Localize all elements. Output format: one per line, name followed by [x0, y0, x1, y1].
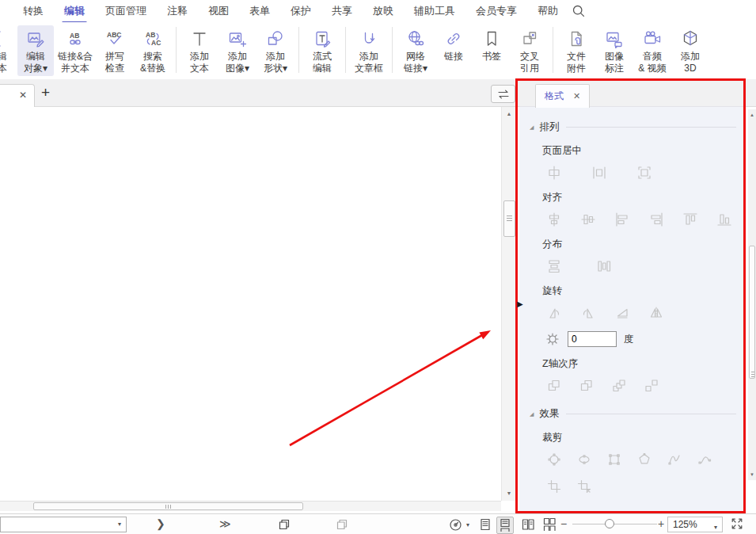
- rotate-gear-icon[interactable]: [545, 331, 560, 347]
- facing-continuous-view-icon[interactable]: [542, 517, 557, 532]
- section-effects[interactable]: ◢ 效果: [530, 407, 738, 421]
- center-both-icon[interactable]: [636, 165, 652, 181]
- fullscreen-expand-icon[interactable]: [730, 517, 744, 531]
- format-tab[interactable]: 格式 ✕: [535, 84, 590, 108]
- menu-page-management[interactable]: 页面管理: [95, 0, 157, 24]
- menu-member-exclusive[interactable]: 会员专享: [465, 0, 527, 24]
- ribbon-link-merge-text[interactable]: AB 链接&合 并文本: [55, 25, 95, 76]
- align-right-icon[interactable]: [648, 212, 664, 227]
- zoom-slider-track[interactable]: [572, 524, 657, 524]
- crop-ellipse-icon[interactable]: [576, 452, 592, 467]
- view-rotate-icon[interactable]: [448, 517, 463, 532]
- menu-share[interactable]: 共享: [321, 0, 363, 24]
- bring-to-front-icon[interactable]: [546, 378, 562, 394]
- menu-accessibility-tools[interactable]: 辅助工具: [404, 0, 465, 24]
- chevron-down-icon[interactable]: ▾: [466, 521, 469, 528]
- ribbon-search-replace[interactable]: ABAC 搜索 &替换: [135, 25, 171, 76]
- rotate-right-icon[interactable]: [580, 305, 596, 321]
- vertical-scroll-thumb[interactable]: [503, 200, 515, 237]
- next-page-button[interactable]: ❯: [156, 515, 165, 532]
- zoom-in-button[interactable]: +: [658, 515, 664, 532]
- panel-scroll-thumb[interactable]: [749, 246, 755, 379]
- panel-collapse-handle[interactable]: ▶: [517, 300, 523, 308]
- last-page-button[interactable]: ≫: [219, 515, 231, 532]
- ribbon-add-text[interactable]: 添加 文本: [181, 25, 218, 76]
- flip-horizontal-icon[interactable]: [614, 305, 630, 321]
- crop-polygon-icon[interactable]: [636, 452, 652, 467]
- ribbon-add-image[interactable]: 添加 图像▾: [219, 25, 256, 76]
- ribbon-edit-text[interactable]: 编辑 文本: [0, 25, 16, 76]
- menu-form[interactable]: 表单: [239, 0, 280, 24]
- ribbon-add-shape[interactable]: 添加 形状▾: [257, 25, 294, 76]
- ribbon-add-article-box[interactable]: 添加 文章框: [351, 25, 387, 76]
- section-arrange[interactable]: ◢ 排列: [530, 120, 738, 134]
- align-bottom-icon[interactable]: [716, 212, 732, 227]
- ribbon-web-link[interactable]: 网络 链接▾: [397, 25, 434, 76]
- document-vertical-scrollbar[interactable]: ▲ ▼: [501, 107, 516, 501]
- zoom-level-select[interactable]: 125% ▾: [667, 517, 723, 532]
- ribbon-cross-reference[interactable]: 交叉 引用: [511, 25, 548, 76]
- toolbar-separator: [345, 27, 346, 73]
- align-top-icon[interactable]: [682, 212, 698, 227]
- ribbon-add-3d[interactable]: 添加 3D: [672, 25, 709, 76]
- send-backward-icon[interactable]: [644, 378, 659, 394]
- crop-lasso-icon[interactable]: [667, 452, 682, 467]
- scroll-up-icon[interactable]: ▲: [502, 109, 516, 120]
- zoom-out-button[interactable]: −: [560, 515, 567, 532]
- scroll-up-icon[interactable]: ▲: [748, 109, 756, 120]
- menu-view[interactable]: 视图: [198, 0, 239, 24]
- ribbon-flow-edit[interactable]: 流式 编辑: [304, 25, 340, 76]
- ribbon-audio-video[interactable]: 音频 & 视频: [634, 25, 671, 76]
- duplicate-page-icon[interactable]: [335, 517, 349, 532]
- new-tab-button[interactable]: +: [38, 82, 53, 103]
- menu-edit[interactable]: 编辑: [54, 0, 95, 24]
- ribbon-link[interactable]: 链接: [435, 25, 472, 64]
- menu-help[interactable]: 帮助: [527, 0, 568, 24]
- align-vertical-center-icon[interactable]: [580, 212, 596, 227]
- center-vertical-icon[interactable]: [591, 165, 607, 181]
- align-horizontal-center-icon[interactable]: [546, 212, 562, 227]
- bring-forward-icon[interactable]: [611, 378, 627, 394]
- ribbon-bookmark[interactable]: 书签: [473, 25, 510, 64]
- facing-view-icon[interactable]: [521, 517, 535, 532]
- menu-protect[interactable]: 保护: [280, 0, 321, 24]
- ribbon-file-attachment[interactable]: 文件 附件: [558, 25, 595, 76]
- ribbon-image-callout[interactable]: 图像 标注: [596, 25, 633, 76]
- rotate-left-icon[interactable]: [546, 305, 562, 321]
- menu-convert[interactable]: 转换: [13, 0, 54, 24]
- document-horizontal-scrollbar[interactable]: [0, 501, 501, 511]
- crop-apply-icon[interactable]: [546, 479, 562, 494]
- scroll-down-icon[interactable]: ▼: [502, 488, 516, 499]
- ribbon-spell-check[interactable]: ABC 拼写 检查: [97, 25, 133, 76]
- single-page-view-icon[interactable]: [478, 517, 492, 532]
- search-icon[interactable]: [572, 4, 586, 18]
- continuous-view-icon[interactable]: [496, 517, 514, 534]
- crop-circle-icon[interactable]: [546, 452, 562, 467]
- format-tab-close-icon[interactable]: ✕: [573, 92, 580, 101]
- snapshot-page-icon[interactable]: [277, 517, 291, 532]
- distribute-horizontal-icon[interactable]: [546, 258, 562, 274]
- crop-rectangle-icon[interactable]: [606, 452, 622, 467]
- menu-slideshow[interactable]: 放映: [363, 0, 404, 24]
- rotate-angle-input[interactable]: [568, 331, 617, 347]
- horizontal-scroll-thumb[interactable]: [33, 502, 303, 510]
- crop-curve-icon[interactable]: [697, 452, 712, 467]
- align-left-icon[interactable]: [614, 212, 630, 227]
- flip-vertical-icon[interactable]: [648, 305, 664, 321]
- panel-toggle-button[interactable]: [491, 85, 515, 103]
- page-number-combobox[interactable]: ▾: [0, 517, 127, 532]
- distribute-vertical-icon[interactable]: [596, 258, 612, 274]
- document-canvas[interactable]: [0, 107, 501, 501]
- scroll-down-icon[interactable]: ▼: [748, 469, 756, 480]
- menu-comment[interactable]: 注释: [157, 0, 198, 24]
- ribbon-edit-object[interactable]: 编辑 对象▾: [17, 25, 54, 76]
- chevron-down-icon[interactable]: ▾: [118, 521, 121, 528]
- send-to-back-icon[interactable]: [579, 378, 595, 394]
- panel-vertical-scrollbar[interactable]: ▲ ▼: [748, 109, 756, 480]
- center-horizontal-icon[interactable]: [546, 165, 562, 181]
- crop-remove-icon[interactable]: [576, 479, 592, 494]
- zoom-slider-knob[interactable]: [605, 519, 614, 528]
- document-tab[interactable]: ✕: [0, 84, 35, 108]
- chevron-down-icon[interactable]: ▾: [714, 521, 717, 534]
- tab-close-icon[interactable]: ✕: [19, 90, 27, 100]
